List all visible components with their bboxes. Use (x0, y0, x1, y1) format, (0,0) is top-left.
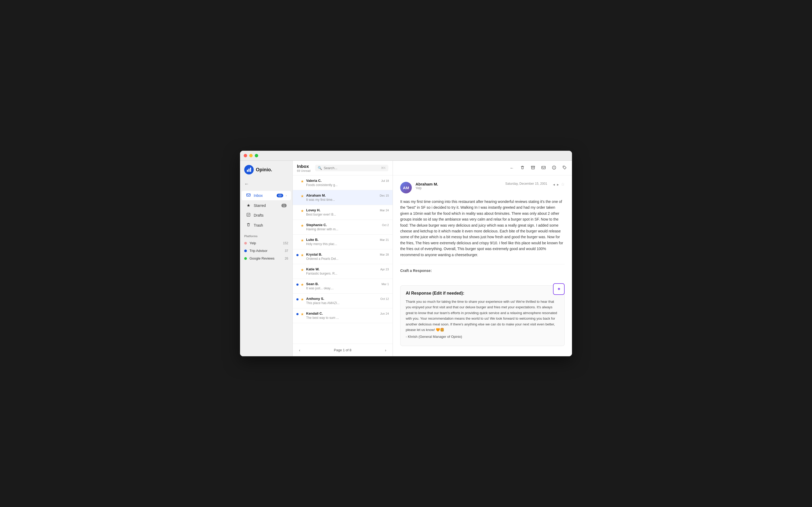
main-panel: Inbox 69 Unread 🔍 ⌘K ★ Valeria C. Foods … (293, 161, 572, 356)
logo-icon (244, 165, 254, 174)
email-item[interactable]: ★ Lovey H. Best burger ever! B... Mar 24 (293, 205, 393, 220)
detail-toolbar: ← (393, 161, 572, 175)
email-item[interactable]: ★ Abraham M. It was my first time... Dec… (293, 190, 393, 205)
email-item[interactable]: ★ Luke B. Holy mercy this plac... Mar 21 (293, 234, 393, 249)
delete-toolbar-icon[interactable] (519, 164, 526, 172)
sidebar-item-trash[interactable]: Trash (242, 221, 291, 230)
pagination: ‹ Page 1 of 8 › (293, 344, 393, 356)
starred-label: Starred (254, 204, 279, 208)
email-content: Katie W. Fantastic burgers. R... (306, 267, 378, 275)
sidebar-item-drafts[interactable]: Drafts (242, 211, 291, 220)
logo-area: Opinio. (240, 165, 292, 180)
email-content: Sean B. It was just... okay.... (306, 282, 380, 290)
search-icon: 🔍 (318, 166, 322, 170)
email-date: Dec 15 (380, 194, 389, 197)
inbox-header: Inbox 69 Unread 🔍 ⌘K (293, 161, 393, 175)
app-body: Opinio. ← Inbox 69 › ★ Starred 1 (240, 161, 572, 356)
inbox-badge: 69 (277, 194, 283, 198)
star-button[interactable]: ★ (301, 209, 304, 213)
star-button[interactable]: ★ (301, 297, 304, 301)
email-sender: Krystal B. (306, 252, 378, 257)
email-sender: Lovey H. (306, 208, 378, 212)
close-button[interactable] (244, 154, 247, 157)
email-preview: Foods consistently g... (306, 183, 379, 187)
sidebar-item-starred[interactable]: ★ Starred 1 (242, 201, 291, 210)
app-window: Opinio. ← Inbox 69 › ★ Starred 1 (240, 151, 572, 356)
trash-icon (246, 223, 251, 228)
mail-toolbar-icon[interactable] (540, 164, 547, 172)
tag-toolbar-icon[interactable] (562, 164, 568, 172)
google-dot (244, 257, 247, 260)
email-content: Anthony S. This place has AMAZI... (306, 297, 378, 305)
detail-header: AM Abraham M. Yelp Saturday, December 15… (400, 182, 565, 193)
star-button[interactable]: ★ (301, 312, 304, 316)
star-button[interactable]: ★ (301, 253, 304, 257)
svg-rect-2 (250, 168, 251, 172)
email-sender: Luke B. (306, 238, 378, 242)
search-area[interactable]: 🔍 ⌘K (315, 165, 388, 171)
platform-item-tripadvisor[interactable]: Trip Advisor 37 (240, 247, 292, 255)
platforms-section-label: Platforms (240, 230, 292, 239)
sparkle-icon: ✦ (557, 286, 561, 292)
platform-item-yelp[interactable]: Yelp 152 (240, 239, 292, 247)
inbox-title: Inbox (297, 164, 310, 169)
email-sender: Valeria C. (306, 179, 379, 183)
title-bar (240, 151, 572, 161)
email-preview: It was just... okay.... (306, 286, 380, 290)
email-content: Luke B. Holy mercy this plac... (306, 238, 378, 246)
sidebar-item-inbox[interactable]: Inbox 69 › (242, 191, 291, 200)
svg-rect-3 (247, 194, 250, 196)
starred-icon: ★ (246, 203, 251, 208)
back-button[interactable]: ← (240, 180, 292, 188)
google-name: Google Reviews (249, 257, 282, 260)
email-preview: The best way to sum ... (306, 316, 378, 320)
email-sender: Stephanie C. (306, 223, 380, 227)
prev-page-button[interactable]: ‹ (297, 347, 302, 353)
star-button[interactable]: ★ (301, 282, 304, 287)
unread-dot (296, 254, 298, 256)
email-item[interactable]: ★ Stephanie C. Having dinner with m... O… (293, 220, 393, 234)
next-page-button[interactable]: › (383, 347, 388, 353)
email-date: Mar 24 (380, 209, 389, 212)
email-item[interactable]: ★ Anthony S. This place has AMAZI... Oct… (293, 293, 393, 308)
email-item[interactable]: ★ Sean B. It was just... okay.... Mar 1 (293, 279, 393, 293)
drafts-icon (246, 213, 251, 218)
ai-generate-button[interactable]: ✦ (553, 283, 565, 295)
star-button[interactable]: ★ (301, 194, 304, 198)
star-button[interactable]: ★ (301, 238, 304, 242)
unread-dot (296, 298, 298, 300)
response-area: ✦ AI Response (Edit if needed): Thank yo… (400, 285, 565, 346)
email-preview: This place has AMAZI... (306, 301, 378, 305)
trash-label: Trash (254, 223, 287, 227)
email-date: Jun 24 (380, 312, 389, 315)
platform-item-google[interactable]: Google Reviews 26 (240, 255, 292, 262)
page-info: Page 1 of 8 (334, 348, 351, 352)
email-item[interactable]: ★ Valeria C. Foods consistently g... Jul… (293, 175, 393, 190)
email-sender: Katie W. (306, 267, 378, 271)
star-button[interactable]: ★ (301, 268, 304, 272)
email-date: Oct 12 (381, 297, 389, 300)
email-item[interactable]: ★ Kendall C. The best way to sum ... Jun… (293, 308, 393, 323)
email-sender: Anthony S. (306, 297, 378, 301)
archive-toolbar-icon[interactable] (530, 164, 536, 172)
ai-response-text[interactable]: Thank you so much for taking the time to… (406, 299, 559, 339)
email-item[interactable]: ★ Krystal B. Ordered a Pearls Del... Mar… (293, 249, 393, 264)
email-sender: Abraham M. (306, 193, 378, 198)
star-button[interactable]: ★ (301, 223, 304, 228)
reply-icon[interactable]: ◂ (553, 182, 555, 186)
star-detail-icon[interactable]: ☆ (561, 182, 565, 187)
inbox-label: Inbox (254, 193, 274, 198)
star-button[interactable]: ★ (301, 179, 304, 183)
email-date: Jul 18 (381, 179, 389, 182)
search-input[interactable] (324, 166, 379, 170)
alert-toolbar-icon[interactable] (551, 164, 557, 172)
email-content: Krystal B. Ordered a Pearls Del... (306, 252, 378, 261)
maximize-button[interactable] (255, 154, 258, 157)
email-preview: Fantastic burgers. R... (306, 272, 378, 275)
minimize-button[interactable] (249, 154, 253, 157)
back-toolbar-icon[interactable]: ← (509, 165, 515, 172)
ai-response-title: AI Response (Edit if needed): (406, 291, 559, 296)
email-date: Mar 28 (380, 253, 389, 256)
email-item[interactable]: ★ Katie W. Fantastic burgers. R... Apr 2… (293, 264, 393, 279)
forward-icon[interactable]: ▸ (557, 182, 559, 186)
